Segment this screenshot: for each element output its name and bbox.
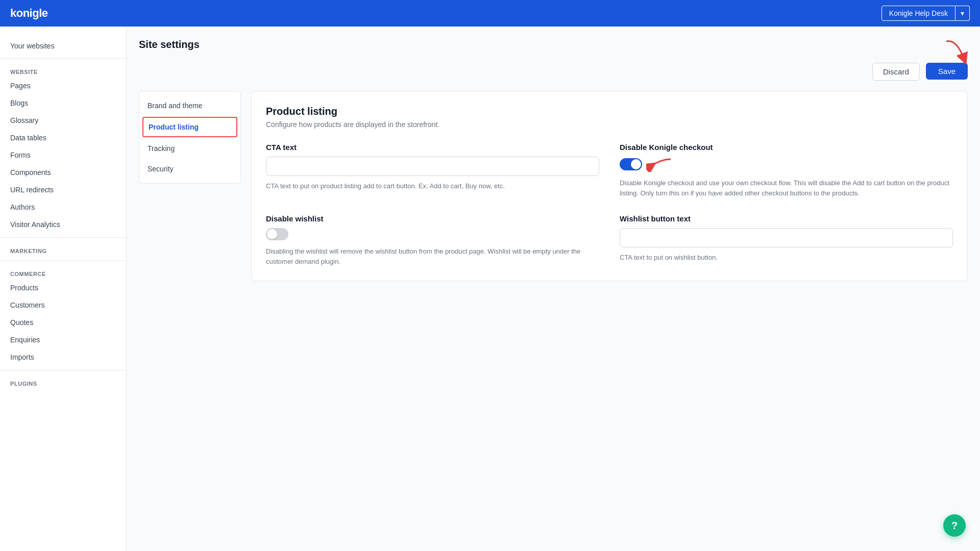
wishlist-toggle-thumb <box>267 229 277 239</box>
sidebar-section-website: Website <box>0 63 126 77</box>
sidebar: Your websites Website Pages Blogs Glossa… <box>0 27 127 551</box>
sidebar-item-pages[interactable]: Pages <box>0 77 126 94</box>
settings-nav: Brand and theme Product listing Tracking… <box>139 91 241 184</box>
sidebar-item-components[interactable]: Components <box>0 164 126 181</box>
logo: konigle <box>10 7 48 20</box>
settings-nav-product-listing[interactable]: Product listing <box>142 117 237 137</box>
action-bar: Discard Save <box>139 63 968 81</box>
sidebar-item-quotes[interactable]: Quotes <box>0 314 126 331</box>
sidebar-divider-1 <box>0 58 126 59</box>
wishlist-button-text-label: Wishlist button text <box>620 214 953 223</box>
settings-nav-brand-theme[interactable]: Brand and theme <box>139 95 240 116</box>
disable-wishlist-toggle-container <box>266 228 599 240</box>
help-desk-dropdown-button[interactable]: ▾ <box>955 6 970 21</box>
sidebar-item-data-tables[interactable]: Data tables <box>0 129 126 146</box>
main-layout: Your websites Website Pages Blogs Glossa… <box>0 27 980 551</box>
action-bar-wrapper: Discard Save <box>139 63 968 81</box>
sidebar-item-enquiries[interactable]: Enquiries <box>0 331 126 348</box>
top-nav-right: Konigle Help Desk ▾ <box>881 6 970 21</box>
toggle-thumb <box>631 159 641 169</box>
disable-checkout-desc: Disable Konigle checkout and use your ow… <box>620 178 953 198</box>
sidebar-item-blogs[interactable]: Blogs <box>0 94 126 112</box>
wishlist-button-text-field: Wishlist button text CTA text to put on … <box>620 214 953 266</box>
wishlist-button-text-input[interactable] <box>620 228 953 247</box>
disable-wishlist-desc: Disabling the wishlist will remove the w… <box>266 246 599 266</box>
sidebar-item-forms[interactable]: Forms <box>0 146 126 164</box>
cta-text-field: CTA text CTA text to put on product list… <box>266 143 599 198</box>
toggle-arrow-annotation <box>646 157 672 172</box>
wishlist-button-text-desc: CTA text to put on wishlist button. <box>620 253 953 263</box>
cta-text-desc: CTA text to put on product listing add t… <box>266 181 599 191</box>
disable-wishlist-label: Disable wishlist <box>266 214 599 223</box>
discard-button[interactable]: Discard <box>872 63 920 81</box>
content-area: Site settings Discard Save <box>127 27 980 551</box>
page-title: Site settings <box>139 39 968 51</box>
sidebar-divider-2 <box>0 237 126 238</box>
sidebar-item-imports[interactable]: Imports <box>0 348 126 366</box>
cta-text-label: CTA text <box>266 143 599 152</box>
sidebar-section-commerce: Commerce <box>0 265 126 279</box>
disable-wishlist-toggle[interactable] <box>266 228 288 240</box>
sidebar-divider-3 <box>0 260 126 261</box>
disable-checkout-field: Disable Konigle checkout <box>620 143 953 198</box>
sidebar-item-authors[interactable]: Authors <box>0 198 126 216</box>
top-nav: konigle Konigle Help Desk ▾ <box>0 0 980 27</box>
sidebar-item-customers[interactable]: Customers <box>0 296 126 314</box>
disable-wishlist-field: Disable wishlist Disabling the wishlist … <box>266 214 599 266</box>
sidebar-your-websites[interactable]: Your websites <box>0 35 126 54</box>
settings-nav-tracking[interactable]: Tracking <box>139 138 240 159</box>
settings-panel: Product listing Configure how products a… <box>251 91 968 281</box>
help-desk-button[interactable]: Konigle Help Desk <box>881 6 955 21</box>
disable-checkout-toggle[interactable] <box>620 158 642 170</box>
sidebar-section-marketing: Marketing <box>0 242 126 256</box>
settings-layout: Brand and theme Product listing Tracking… <box>139 91 968 281</box>
save-arrow-annotation <box>941 36 972 67</box>
settings-nav-security[interactable]: Security <box>139 159 240 179</box>
settings-grid: CTA text CTA text to put on product list… <box>266 143 953 266</box>
help-fab-button[interactable]: ? <box>943 514 966 537</box>
settings-panel-title: Product listing <box>266 106 953 117</box>
sidebar-section-plugins: Plugins <box>0 374 126 389</box>
sidebar-item-products[interactable]: Products <box>0 279 126 296</box>
sidebar-item-glossary[interactable]: Glossary <box>0 112 126 129</box>
sidebar-item-url-redirects[interactable]: URL redirects <box>0 181 126 198</box>
disable-checkout-label: Disable Konigle checkout <box>620 143 953 152</box>
cta-text-input[interactable] <box>266 157 599 176</box>
settings-panel-subtitle: Configure how products are displayed in … <box>266 120 953 129</box>
sidebar-divider-4 <box>0 370 126 370</box>
sidebar-item-visitor-analytics[interactable]: Visitor Analytics <box>0 216 126 233</box>
